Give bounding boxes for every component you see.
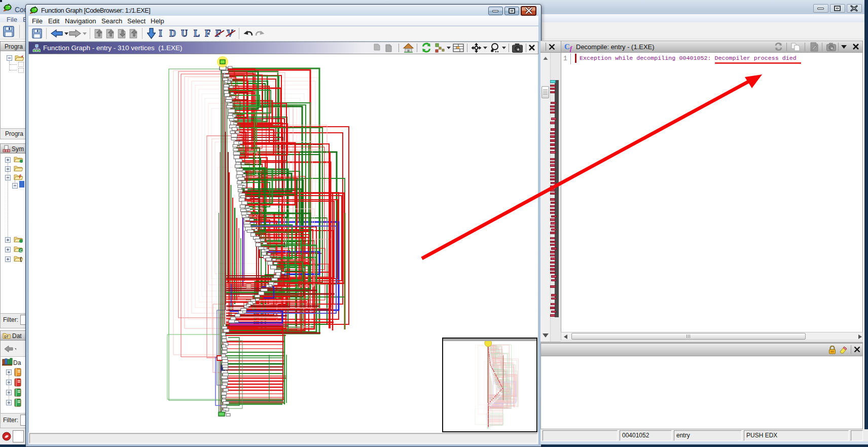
svg-text:DT: DT <box>4 335 9 339</box>
svg-text:C: C <box>20 248 23 252</box>
svg-text:{: { <box>20 256 22 262</box>
